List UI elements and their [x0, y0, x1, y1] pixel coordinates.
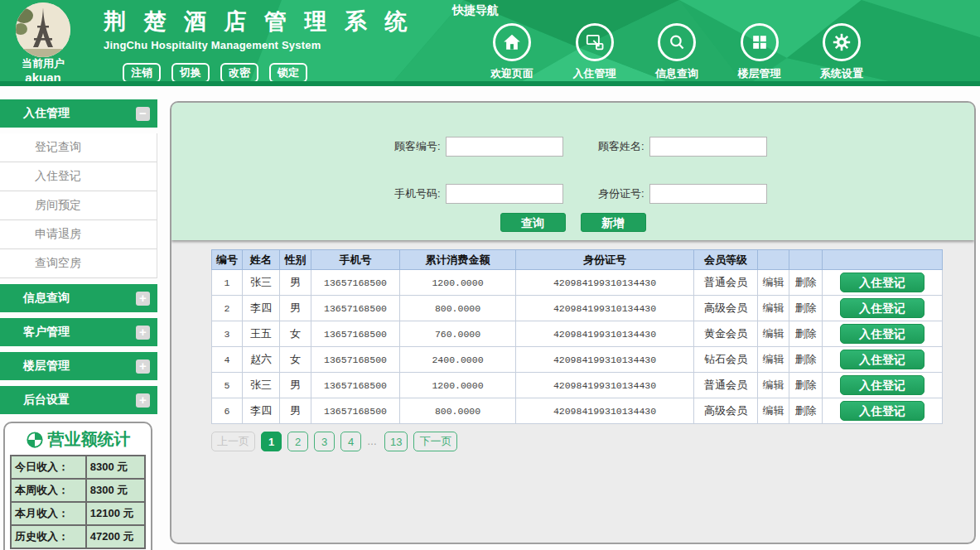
- add-button[interactable]: 新增: [581, 213, 646, 232]
- app-subtitle: JingChu Hospitality Management System: [104, 39, 413, 51]
- member-level: 普通会员: [694, 373, 758, 398]
- search-button[interactable]: 查询: [500, 213, 566, 232]
- edit-link[interactable]: 编辑: [763, 353, 784, 365]
- row-id: 5: [212, 373, 243, 398]
- plus-icon[interactable]: +: [136, 326, 150, 340]
- sidebar-item[interactable]: 房间预定: [0, 191, 157, 220]
- quick-nav-item[interactable]: 系统设置: [805, 23, 878, 81]
- sidebar-item[interactable]: 申请退房: [0, 220, 157, 249]
- plus-icon[interactable]: +: [136, 359, 150, 374]
- delete-link[interactable]: 删除: [795, 353, 817, 365]
- phone: 13657168500: [311, 373, 400, 398]
- revenue-stats-panel: 营业额统计 今日收入：8300 元本周收入：8300 元本月收入：12100 元…: [3, 422, 152, 550]
- current-user-name: akuan: [5, 70, 81, 84]
- column-header: [758, 250, 789, 270]
- page-button-2[interactable]: 2: [287, 432, 308, 451]
- member-level: 高级会员: [694, 398, 758, 424]
- phone-number-input[interactable]: [446, 184, 563, 204]
- edit-link[interactable]: 编辑: [763, 404, 784, 417]
- form-row-1: 顾客编号:顾客姓名:: [171, 137, 974, 157]
- quick-nav-item[interactable]: 欢迎页面: [476, 23, 548, 81]
- sidebar-item[interactable]: 入住登记: [0, 162, 157, 191]
- form-field-id-card: 身份证号:: [583, 184, 767, 204]
- edit-link[interactable]: 编辑: [763, 276, 784, 288]
- column-header: 身份证号: [516, 250, 694, 270]
- total-spend: 1200.0000: [400, 373, 516, 398]
- member-level: 高级会员: [694, 296, 758, 321]
- session-button-0[interactable]: 注销: [123, 63, 161, 83]
- row-id: 1: [212, 270, 243, 296]
- quick-nav-item[interactable]: 入住管理: [558, 23, 631, 81]
- page-button-4[interactable]: 4: [340, 432, 361, 451]
- quick-nav-item-label: 信息查询: [655, 66, 698, 81]
- page-button-3[interactable]: 3: [314, 432, 335, 451]
- quick-nav-item[interactable]: 楼层管理: [723, 23, 796, 81]
- quick-nav-item[interactable]: 信息查询: [640, 23, 713, 81]
- sidebar-group-label: 信息查询: [23, 291, 70, 306]
- checkin-button[interactable]: 入住登记: [840, 298, 924, 318]
- id-card: 420984199310134430: [516, 296, 694, 321]
- gender: 男: [280, 373, 311, 398]
- sidebar-group-3[interactable]: 楼层管理+: [0, 352, 157, 380]
- checkin-button[interactable]: 入住登记: [840, 401, 924, 421]
- revenue-stats-header: 营业额统计: [10, 428, 146, 451]
- id-card: 420984199310134430: [516, 270, 694, 296]
- sidebar-item[interactable]: 查询空房: [0, 249, 157, 278]
- customer-id-input[interactable]: [446, 137, 563, 157]
- delete-link[interactable]: 删除: [795, 327, 817, 340]
- checkin-button[interactable]: 入住登记: [840, 324, 924, 344]
- current-user-label: 当前用户: [5, 58, 81, 70]
- id-card-label: 身份证号:: [583, 186, 644, 201]
- session-button-2[interactable]: 改密: [220, 63, 258, 83]
- main-panel: 顾客编号:顾客姓名: 手机号码:身份证号: 查询 新增 编号姓名性别手机号累计消…: [170, 101, 976, 544]
- page-button-13[interactable]: 13: [384, 432, 408, 451]
- column-header: 会员等级: [694, 250, 758, 270]
- plus-icon[interactable]: +: [136, 292, 150, 306]
- page-button-1[interactable]: 1: [261, 432, 282, 451]
- sidebar-group-2[interactable]: 客户管理+: [0, 318, 157, 346]
- delete-link[interactable]: 删除: [795, 276, 817, 288]
- id-card-input[interactable]: [649, 184, 767, 204]
- table-row: 4赵六女136571685002400.00004209841993101344…: [212, 347, 943, 373]
- delete-link[interactable]: 删除: [795, 404, 817, 417]
- edit-link[interactable]: 编辑: [763, 302, 784, 314]
- customer-name-input[interactable]: [649, 137, 767, 157]
- form-field-customer-name: 顾客姓名:: [583, 137, 767, 157]
- row-id: 4: [212, 347, 243, 373]
- form-row-2: 手机号码:身份证号:: [171, 184, 974, 204]
- column-header: 编号: [212, 250, 243, 270]
- stats-value: 47200 元: [86, 525, 145, 548]
- next-page-button[interactable]: 下一页: [413, 432, 457, 451]
- checkin-button[interactable]: 入住登记: [840, 273, 924, 292]
- form-field-phone-number: 手机号码:: [379, 184, 563, 204]
- checkin-button[interactable]: 入住登记: [840, 375, 924, 395]
- session-button-1[interactable]: 切换: [171, 63, 210, 83]
- stats-table: 今日收入：8300 元本周收入：8300 元本月收入：12100 元历史收入：4…: [10, 455, 146, 549]
- delete-link[interactable]: 删除: [795, 379, 817, 391]
- checkin-button[interactable]: 入住登记: [840, 350, 924, 369]
- plus-icon[interactable]: +: [136, 393, 150, 408]
- stats-row: 今日收入：8300 元: [11, 456, 145, 479]
- session-button-3[interactable]: 锁定: [269, 63, 307, 83]
- quick-nav: 欢迎页面入住管理信息查询楼层管理系统设置: [476, 23, 878, 81]
- id-card: 420984199310134430: [516, 373, 694, 398]
- column-header: 性别: [280, 250, 311, 270]
- minus-icon[interactable]: −: [136, 107, 150, 121]
- sidebar-group-4[interactable]: 后台设置+: [0, 386, 157, 414]
- prev-page-button[interactable]: 上一页: [211, 432, 255, 451]
- sidebar-item[interactable]: 登记查询: [0, 133, 157, 162]
- delete-link[interactable]: 删除: [795, 302, 817, 314]
- phone: 13657168500: [311, 347, 400, 373]
- sidebar-group-0[interactable]: 入住管理−: [0, 99, 157, 128]
- edit-link[interactable]: 编辑: [763, 379, 784, 391]
- form-field-customer-id: 顾客编号:: [379, 137, 563, 157]
- sidebar-group-1[interactable]: 信息查询+: [0, 284, 157, 312]
- phone: 13657168500: [311, 321, 400, 347]
- quick-nav-item-label: 楼层管理: [738, 66, 781, 81]
- sidebar-group-label: 客户管理: [23, 325, 70, 340]
- session-buttons: 注销切换改密锁定: [123, 63, 307, 83]
- stats-label: 历史收入：: [11, 525, 86, 548]
- current-user: 当前用户 akuan: [5, 58, 81, 84]
- stats-row: 历史收入：47200 元: [11, 525, 145, 548]
- edit-link[interactable]: 编辑: [763, 327, 784, 340]
